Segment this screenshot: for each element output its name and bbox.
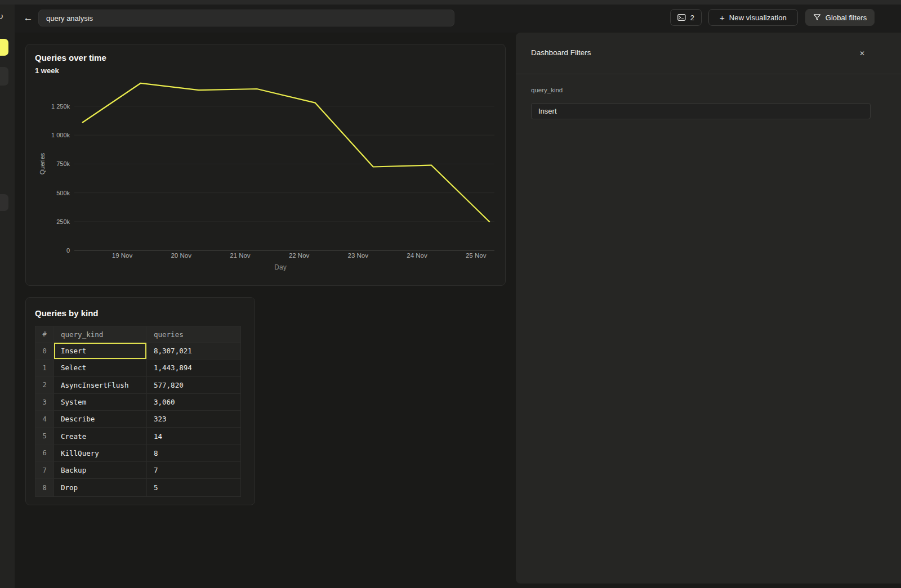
x-axis-title: Day bbox=[274, 263, 286, 271]
console-count: 2 bbox=[690, 14, 694, 22]
x-tick-label: 25 Nov bbox=[466, 252, 487, 259]
new-visualization-button[interactable]: + New visualization bbox=[708, 9, 798, 26]
queries-value-cell[interactable]: 14 bbox=[147, 428, 240, 445]
panel-title: Dashboard Filters bbox=[531, 48, 591, 57]
query-kind-cell[interactable]: Insert bbox=[54, 343, 147, 360]
queries-over-time-card: Queries over time 1 week 0250k500k750k1 … bbox=[25, 44, 506, 286]
query-kind-filter-input[interactable] bbox=[531, 103, 871, 119]
table-title: Queries by kind bbox=[35, 308, 99, 318]
left-rail: ↻ bbox=[0, 5, 15, 588]
filter-funnel-icon bbox=[813, 14, 821, 21]
column-header-queries[interactable]: queries bbox=[147, 326, 240, 343]
rail-item[interactable] bbox=[0, 194, 8, 211]
row-index-cell[interactable]: 5 bbox=[35, 428, 54, 445]
sql-console-icon bbox=[677, 14, 686, 21]
column-header-query-kind[interactable]: query_kind bbox=[54, 326, 147, 343]
row-index-cell[interactable]: 3 bbox=[35, 394, 54, 411]
query-kind-cell[interactable]: System bbox=[54, 394, 147, 411]
dashboard-title-input[interactable] bbox=[38, 10, 454, 26]
rail-item[interactable] bbox=[0, 67, 8, 86]
queries-line-chart: 0250k500k750k1 000k1 250kQueries19 Nov20… bbox=[35, 79, 502, 276]
queries-series-line bbox=[83, 83, 489, 222]
rail-item-active[interactable] bbox=[0, 39, 8, 56]
y-tick-label: 250k bbox=[56, 218, 70, 225]
queries-value-cell[interactable]: 5 bbox=[147, 479, 240, 496]
x-tick-label: 20 Nov bbox=[171, 252, 191, 259]
query-kind-cell[interactable]: Drop bbox=[54, 479, 147, 496]
queries-value-cell[interactable]: 8 bbox=[147, 445, 240, 462]
new-visualization-label: New visualization bbox=[729, 14, 787, 22]
global-filters-button[interactable]: Global filters bbox=[805, 9, 875, 26]
queries-by-kind-card: Queries by kind #query_kindqueries0Inser… bbox=[25, 297, 255, 505]
row-index-cell[interactable]: 1 bbox=[35, 360, 54, 376]
y-tick-label: 750k bbox=[56, 160, 70, 167]
query-kind-cell[interactable]: Describe bbox=[54, 411, 147, 428]
close-button[interactable]: ✕ bbox=[856, 47, 868, 60]
x-tick-label: 19 Nov bbox=[112, 252, 133, 259]
refresh-icon[interactable]: ↻ bbox=[0, 11, 3, 22]
panel-header: Dashboard Filters ✕ bbox=[516, 33, 901, 74]
query-kind-cell[interactable]: KillQuery bbox=[54, 445, 147, 462]
row-index-cell[interactable]: 7 bbox=[35, 462, 54, 479]
row-index-cell[interactable]: 0 bbox=[35, 343, 54, 360]
queries-value-cell[interactable]: 3,060 bbox=[147, 394, 240, 411]
query-kind-cell[interactable]: Backup bbox=[54, 462, 147, 479]
sql-console-button[interactable]: 2 bbox=[670, 9, 702, 26]
back-button[interactable]: ← bbox=[20, 10, 36, 26]
global-filters-label: Global filters bbox=[826, 14, 867, 22]
dashboard-filters-panel: Dashboard Filters ✕ query_kind bbox=[516, 33, 901, 583]
plus-icon: + bbox=[720, 14, 725, 22]
x-tick-label: 24 Nov bbox=[407, 252, 427, 259]
queries-value-cell[interactable]: 577,820 bbox=[147, 377, 240, 394]
y-tick-label: 1 000k bbox=[51, 132, 70, 138]
row-index-cell[interactable]: 2 bbox=[35, 377, 54, 394]
top-bar: ← 2 + New visualization Global filters bbox=[15, 5, 901, 33]
filter-label: query_kind bbox=[531, 87, 563, 93]
query-kind-cell[interactable]: Select bbox=[54, 360, 147, 376]
y-tick-label: 0 bbox=[66, 247, 70, 254]
queries-value-cell[interactable]: 1,443,894 bbox=[147, 360, 240, 376]
y-tick-label: 500k bbox=[56, 190, 70, 196]
x-tick-label: 23 Nov bbox=[348, 252, 369, 259]
query-kind-cell[interactable]: AsyncInsertFlush bbox=[54, 377, 147, 394]
chart-subtitle: 1 week bbox=[35, 66, 59, 75]
window-top-strip bbox=[0, 0, 901, 5]
column-header-index[interactable]: # bbox=[35, 326, 54, 343]
queries-table: #query_kindqueries0Insert8,307,0211Selec… bbox=[35, 326, 241, 497]
queries-value-cell[interactable]: 7 bbox=[147, 462, 240, 479]
queries-value-cell[interactable]: 8,307,021 bbox=[147, 343, 240, 360]
row-index-cell[interactable]: 6 bbox=[35, 445, 54, 462]
chart-title: Queries over time bbox=[35, 53, 106, 62]
row-index-cell[interactable]: 8 bbox=[35, 479, 54, 496]
y-axis-title: Queries bbox=[39, 152, 46, 174]
row-index-cell[interactable]: 4 bbox=[35, 411, 54, 428]
x-tick-label: 22 Nov bbox=[289, 252, 310, 259]
queries-value-cell[interactable]: 323 bbox=[147, 411, 240, 428]
query-kind-cell[interactable]: Create bbox=[54, 428, 147, 445]
back-arrow-icon: ← bbox=[24, 12, 33, 24]
x-tick-label: 21 Nov bbox=[230, 252, 251, 259]
close-icon: ✕ bbox=[859, 50, 865, 57]
y-tick-label: 1 250k bbox=[51, 103, 70, 110]
